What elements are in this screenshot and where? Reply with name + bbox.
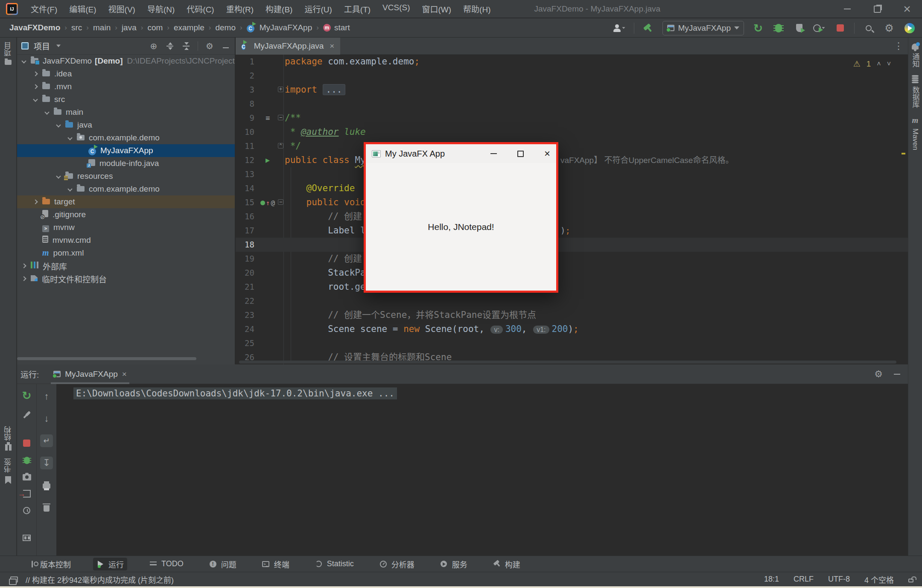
up-stacktrace-icon[interactable]: ↑ [40, 390, 53, 403]
console-command-line[interactable]: E:\Downloads\CodesDownloads\jdk\jdk-17.0… [73, 387, 397, 399]
code-line-14[interactable]: 14 @Override [236, 181, 908, 195]
project-settings-gear-icon[interactable]: ⚙ [205, 41, 214, 51]
tree-item-.mvn[interactable]: .mvn [17, 80, 235, 93]
tab-options-icon[interactable]: ⋮ [894, 41, 904, 52]
menu-item-2[interactable]: 视图(V) [103, 0, 140, 17]
thread-dump-camera-icon[interactable] [20, 474, 33, 480]
chevron-right-icon[interactable] [33, 71, 38, 76]
code-line-25[interactable]: 25 [236, 336, 908, 350]
chevron-down-icon[interactable] [67, 186, 72, 191]
fold-marker-icon[interactable]: ⌃ [278, 143, 283, 148]
file-encoding[interactable]: UTF-8 [828, 575, 850, 584]
toolwindow-button-structure[interactable]: 结构 [0, 426, 16, 451]
tree-item-src[interactable]: src [17, 93, 235, 106]
soft-wrap-icon[interactable]: ↵ [40, 434, 53, 447]
code-editor[interactable]: 1package com.example.demo;23+import ...8… [236, 55, 908, 364]
editor-hscrollbar[interactable] [239, 361, 896, 364]
ide-features-icon[interactable] [903, 22, 916, 35]
code-line-12[interactable]: 12▶public class MyvaFXApp】 不符合UpperCamel… [236, 153, 908, 167]
run-panel-minimize-icon[interactable] [894, 374, 900, 375]
tree-item-resources[interactable]: resources [17, 170, 235, 183]
toolwindow-button-build[interactable]: 构建 [490, 558, 524, 571]
toolwindow-button-run[interactable]: 运行 [93, 558, 127, 571]
chevron-right-icon[interactable] [33, 199, 38, 204]
toolwindow-button-bookmarks[interactable]: 书签 [0, 458, 16, 484]
attach-debugger-icon[interactable] [20, 456, 33, 465]
warning-stripe-mark[interactable] [902, 153, 905, 154]
toolwindow-button-maven[interactable]: m Maven [908, 116, 922, 150]
run-panel-gear-icon[interactable]: ⚙ [874, 369, 883, 380]
minimize-icon[interactable] [832, 0, 862, 18]
print-icon[interactable] [40, 479, 53, 492]
code-line-13[interactable]: 13 [236, 167, 908, 181]
clear-console-trash-icon[interactable] [40, 501, 53, 514]
toolwindow-button-project[interactable]: 项目 [0, 42, 16, 65]
tree-item-临时文件和控制台[interactable]: 临时文件和控制台 [17, 272, 235, 285]
menu-item-0[interactable]: 文件(F) [26, 0, 62, 17]
breadcrumb-item-6[interactable]: demo [214, 23, 236, 32]
code-line-22[interactable]: 22 [236, 294, 908, 308]
tab-close-icon[interactable]: × [330, 41, 334, 51]
toolwindow-button-notifications[interactable]: 通知 [908, 44, 922, 67]
javafx-app-window[interactable]: My JavaFX App × Hello, JNotepad! [364, 142, 558, 293]
chevron-down-icon[interactable] [67, 135, 72, 140]
project-hscrollbar[interactable] [17, 357, 196, 360]
code-line-10[interactable]: 10 * @author luke [236, 125, 908, 139]
coverage-run-icon[interactable] [813, 22, 826, 35]
stop-icon[interactable] [834, 22, 846, 35]
code-line-15[interactable]: 15↑@− public void [236, 195, 908, 210]
tree-item-外部库[interactable]: 外部库 [17, 259, 235, 272]
tree-item-.idea[interactable]: .idea [17, 67, 235, 80]
javafx-minimize-icon[interactable] [490, 153, 497, 154]
breadcrumb-item-3[interactable]: java [121, 23, 137, 32]
code-line-23[interactable]: 23 // 创建一个Scene，并将StackPane设置为根节点 [236, 308, 908, 322]
user-profile-icon[interactable] [613, 22, 626, 35]
breadcrumb-item-0[interactable]: JavaFXDemo [9, 23, 61, 32]
code-line-9[interactable]: 9≡−/** [236, 111, 908, 125]
editor-tab-myjavafxapp[interactable]: C MyJavaFXApp.java × [236, 38, 340, 55]
indent-style[interactable]: 4 个空格 [864, 574, 894, 585]
edit-configuration-wrench-icon[interactable] [20, 410, 33, 419]
overrides-icon[interactable]: ↑@ [258, 195, 277, 210]
javafx-maximize-icon[interactable] [517, 151, 524, 157]
code-line-24[interactable]: 24 Scene scene = new Scene(root, v:300, … [236, 322, 908, 336]
code-line-18[interactable]: 18 [236, 238, 908, 252]
close-icon[interactable] [892, 0, 922, 18]
tree-item-JavaFXDemo[interactable]: JavaFXDemo[Demo]D:\IDEAProjects\JCNCProj… [17, 55, 235, 67]
run-tab-myjavafxapp[interactable]: MyJavaFXApp × [51, 364, 129, 384]
settings-gear-icon[interactable]: ⚙ [883, 22, 896, 35]
toolwindow-button-statistic[interactable]: Statistic [312, 558, 357, 571]
code-line-1[interactable]: 1package com.example.demo; [236, 55, 908, 69]
code-line-8[interactable]: 8 [236, 97, 908, 111]
project-panel-title[interactable]: 项目 [34, 40, 50, 52]
chevron-down-icon[interactable] [56, 122, 61, 127]
toolwindow-button-problems[interactable]: !问题 [206, 558, 240, 571]
run-console[interactable]: E:\Downloads\CodesDownloads\jdk\jdk-17.0… [56, 384, 908, 556]
menu-item-10[interactable]: 窗口(W) [417, 0, 456, 17]
run-tab-close-icon[interactable]: × [122, 370, 127, 379]
down-stacktrace-icon[interactable]: ↓ [40, 412, 53, 425]
menu-item-8[interactable]: 工具(T) [339, 0, 376, 17]
code-line-20[interactable]: 20 StackPa [236, 266, 908, 280]
expand-all-icon[interactable] [165, 43, 175, 49]
tree-item-module-info.java[interactable]: module-info.java [17, 157, 235, 170]
toolwindow-button-services[interactable]: 服务 [437, 558, 471, 571]
toolwindow-button-branch[interactable]: 版本控制 [25, 558, 74, 571]
reformat-icon[interactable]: ≡ [258, 111, 277, 125]
menu-item-3[interactable]: 导航(N) [142, 0, 180, 17]
scroll-to-end-icon[interactable]: ↧ [40, 457, 53, 469]
toolwindow-layout-icon[interactable] [10, 576, 18, 582]
run-line-icon[interactable]: ▶ [258, 153, 277, 167]
toolwindow-button-terminal[interactable]: >_终端 [259, 558, 293, 571]
code-line-16[interactable]: 16 // 创建 [236, 210, 908, 224]
hide-panel-icon[interactable] [221, 44, 230, 48]
breadcrumb-item-class[interactable]: MyJavaFXApp [259, 23, 313, 32]
breadcrumb-item-method[interactable]: start [333, 23, 351, 32]
locate-file-icon[interactable]: ⊕ [149, 41, 158, 51]
chevron-right-icon[interactable] [33, 84, 38, 89]
caret-position[interactable]: 18:1 [764, 575, 779, 584]
line-separator[interactable]: CRLF [794, 575, 814, 584]
collapse-all-icon[interactable] [181, 43, 191, 49]
tree-item-com.example.demo[interactable]: com.example.demo [17, 183, 235, 195]
build-hammer-icon[interactable] [642, 22, 655, 35]
